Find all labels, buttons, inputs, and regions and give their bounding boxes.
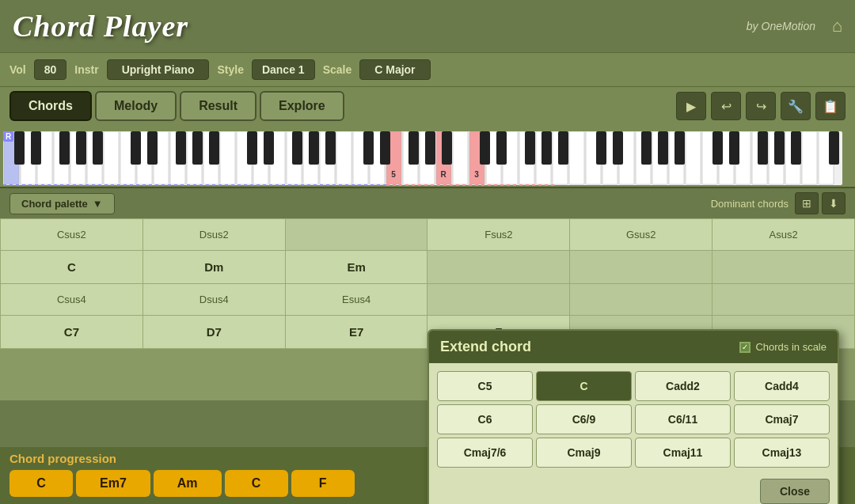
svg-text:3: 3 bbox=[474, 170, 479, 179]
extend-chord-c[interactable]: C bbox=[536, 371, 632, 401]
chord-cell[interactable]: Fsus2 bbox=[428, 219, 570, 251]
chord-cell-empty bbox=[570, 251, 712, 284]
prog-chord-am[interactable]: Am bbox=[154, 470, 222, 497]
chord-cell[interactable]: Csus4 bbox=[1, 284, 143, 316]
copy-button[interactable]: 📋 bbox=[815, 92, 846, 120]
piano-keyboard: R // Will be rendered statically bbox=[0, 125, 855, 187]
extend-chord-c5[interactable]: C5 bbox=[437, 371, 533, 401]
svg-rect-7 bbox=[104, 131, 119, 184]
chord-cell[interactable]: Dsus4 bbox=[142, 284, 285, 316]
r-label: R bbox=[3, 131, 13, 142]
svg-rect-74 bbox=[480, 131, 490, 165]
style-label: Style bbox=[217, 63, 243, 76]
extend-chord-cadd2[interactable]: Cadd2 bbox=[635, 371, 731, 401]
svg-rect-80 bbox=[613, 131, 623, 165]
prog-chord-c2[interactable]: C bbox=[225, 470, 288, 497]
tab-explore[interactable]: Explore bbox=[260, 91, 344, 121]
grid-view-button[interactable]: ⊞ bbox=[795, 192, 819, 214]
svg-rect-84 bbox=[712, 131, 723, 165]
instr-label: Instr bbox=[74, 63, 98, 76]
tab-chords[interactable]: Chords bbox=[10, 91, 92, 121]
chord-cell[interactable]: C7 bbox=[1, 316, 143, 349]
svg-rect-72 bbox=[425, 131, 435, 165]
redo-button[interactable]: ↪ bbox=[746, 92, 776, 120]
close-button-row: Close bbox=[429, 476, 838, 504]
vol-label: Vol bbox=[10, 63, 26, 76]
svg-rect-45 bbox=[686, 131, 701, 184]
tab-result[interactable]: Result bbox=[180, 91, 256, 121]
chord-cell-empty bbox=[428, 251, 570, 284]
settings-button[interactable]: 🔧 bbox=[781, 92, 811, 120]
app-header: Chord Player by OneMotion ⌂ bbox=[0, 0, 855, 52]
chord-cell[interactable]: D7 bbox=[142, 316, 285, 349]
vol-value[interactable]: 80 bbox=[34, 59, 67, 80]
chord-cell[interactable]: Asus2 bbox=[712, 219, 855, 251]
svg-rect-85 bbox=[729, 131, 739, 165]
extend-chord-c611[interactable]: C6/11 bbox=[635, 404, 731, 434]
svg-rect-83 bbox=[674, 131, 685, 165]
extend-chord-cmaj11[interactable]: Cmaj11 bbox=[635, 438, 731, 468]
chords-in-scale-checkbox[interactable]: ✓ bbox=[739, 342, 750, 353]
chord-cell-empty bbox=[570, 284, 712, 316]
scale-value[interactable]: C Major bbox=[359, 59, 430, 80]
table-row: Csus2 Dsus2 Fsus2 Gsus2 Asus2 bbox=[1, 219, 855, 251]
style-value[interactable]: Dance 1 bbox=[252, 59, 315, 80]
extend-chord-c6[interactable]: C6 bbox=[437, 404, 533, 434]
svg-rect-69 bbox=[363, 131, 374, 165]
scale-label: Scale bbox=[323, 63, 352, 76]
svg-rect-70 bbox=[380, 131, 390, 165]
svg-rect-61 bbox=[176, 131, 186, 165]
chord-cell-empty bbox=[285, 219, 428, 251]
by-onemotion-label: by OneMotion bbox=[747, 20, 815, 32]
chord-cell[interactable]: Dm bbox=[142, 251, 285, 284]
main-content: Csus2 Dsus2 Fsus2 Gsus2 Asus2 C Dm Em Cs… bbox=[0, 218, 855, 400]
svg-rect-88 bbox=[791, 131, 801, 165]
chords-in-scale-label: ✓ Chords in scale bbox=[739, 341, 826, 353]
prog-chord-c[interactable]: C bbox=[10, 470, 73, 497]
chord-cell[interactable]: Gsus2 bbox=[570, 219, 712, 251]
prog-chord-f[interactable]: F bbox=[291, 470, 355, 497]
chords-in-scale-text: Chords in scale bbox=[755, 341, 826, 353]
table-row: C Dm Em bbox=[1, 251, 855, 284]
undo-button[interactable]: ↩ bbox=[711, 92, 741, 120]
svg-rect-56 bbox=[59, 131, 70, 165]
chord-cell[interactable]: Dsus2 bbox=[142, 219, 285, 251]
download-button[interactable]: ⬇ bbox=[822, 192, 846, 214]
svg-rect-60 bbox=[147, 131, 158, 165]
extend-chord-cmaj7[interactable]: Cmaj7 bbox=[734, 404, 830, 434]
prog-chord-em7[interactable]: Em7 bbox=[76, 470, 150, 497]
extend-chord-title: Extend chord bbox=[440, 339, 531, 355]
svg-rect-30 bbox=[453, 131, 468, 184]
svg-rect-63 bbox=[209, 131, 219, 165]
svg-rect-86 bbox=[758, 131, 768, 165]
chord-cell[interactable]: C bbox=[1, 251, 143, 284]
instr-value[interactable]: Upright Piano bbox=[107, 59, 210, 80]
svg-rect-58 bbox=[93, 131, 103, 165]
palette-dropdown-icon: ▼ bbox=[93, 198, 103, 210]
svg-rect-82 bbox=[658, 131, 668, 165]
svg-rect-81 bbox=[641, 131, 652, 165]
svg-rect-38 bbox=[569, 131, 584, 184]
svg-rect-59 bbox=[131, 131, 141, 165]
chord-palette-button[interactable]: Chord palette ▼ bbox=[10, 193, 115, 214]
chord-cell[interactable]: Csus2 bbox=[1, 219, 143, 251]
svg-rect-87 bbox=[774, 131, 785, 165]
close-button[interactable]: Close bbox=[760, 479, 830, 504]
svg-rect-73 bbox=[442, 131, 452, 165]
svg-rect-71 bbox=[408, 131, 419, 165]
svg-rect-75 bbox=[496, 131, 507, 165]
extend-chord-c69[interactable]: C6/9 bbox=[536, 404, 632, 434]
extend-chord-cmaj76[interactable]: Cmaj7/6 bbox=[437, 438, 533, 468]
extend-chord-cmaj9[interactable]: Cmaj9 bbox=[536, 438, 632, 468]
chord-cell[interactable]: E7 bbox=[285, 316, 428, 349]
tab-melody[interactable]: Melody bbox=[95, 91, 177, 121]
app-title: Chord Player bbox=[13, 9, 188, 44]
svg-rect-52 bbox=[802, 131, 817, 184]
extend-chord-cadd4[interactable]: Cadd4 bbox=[734, 371, 830, 401]
chord-cell[interactable]: Em bbox=[285, 251, 428, 284]
svg-rect-55 bbox=[31, 131, 41, 165]
extend-chord-cmaj13[interactable]: Cmaj13 bbox=[734, 438, 830, 468]
play-button[interactable]: ▶ bbox=[676, 92, 706, 120]
home-icon[interactable]: ⌂ bbox=[832, 16, 842, 36]
chord-cell[interactable]: Esus4 bbox=[285, 284, 428, 316]
